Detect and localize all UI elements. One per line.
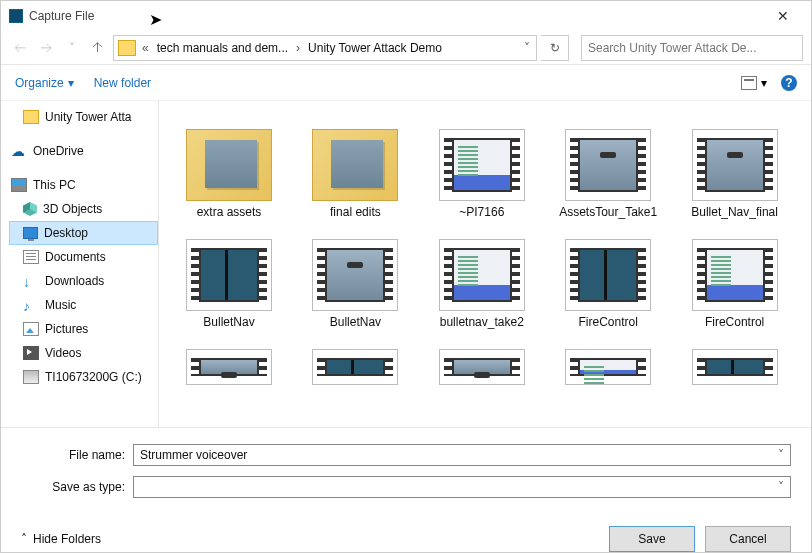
video-thumb <box>692 129 778 201</box>
cancel-button[interactable]: Cancel <box>705 526 791 552</box>
tree-item-folder[interactable]: Unity Tower Atta <box>9 105 158 129</box>
tree-item-desktop[interactable]: Desktop <box>9 221 158 245</box>
tree-item-videos[interactable]: Videos <box>9 341 158 365</box>
video-thumb <box>692 349 778 385</box>
video-thumb <box>565 349 651 385</box>
address-bar[interactable]: « tech manuals and dem... › Unity Tower … <box>113 35 537 61</box>
chevron-up-icon: ˄ <box>21 532 27 546</box>
pictures-icon <box>23 322 39 336</box>
new-folder-button[interactable]: New folder <box>94 76 151 90</box>
hide-folders-button[interactable]: ˄ Hide Folders <box>21 532 101 546</box>
documents-icon <box>23 250 39 264</box>
file-item[interactable] <box>422 333 542 385</box>
cube-icon <box>23 202 37 216</box>
file-item[interactable]: bulletnav_take2 <box>422 223 542 329</box>
search-input[interactable]: Search Unity Tower Attack De... <box>581 35 803 61</box>
file-item[interactable]: FireControl <box>675 223 795 329</box>
video-thumb <box>439 349 525 385</box>
video-thumb <box>186 349 272 385</box>
forward-button[interactable]: 🡢 <box>35 37 57 59</box>
view-icon <box>741 76 757 90</box>
video-thumb <box>186 239 272 311</box>
main-area: Unity Tower Atta OneDrive This PC 3D Obj… <box>1 101 811 427</box>
tree-item-pictures[interactable]: Pictures <box>9 317 158 341</box>
file-item[interactable] <box>169 333 289 385</box>
file-item[interactable] <box>675 333 795 385</box>
breadcrumb-2[interactable]: Unity Tower Attack Demo <box>302 41 448 55</box>
music-icon <box>23 298 39 312</box>
video-thumb <box>439 129 525 201</box>
address-dropdown[interactable]: ˅ <box>518 41 536 55</box>
nav-tree: Unity Tower Atta OneDrive This PC 3D Obj… <box>1 101 159 427</box>
nav-bar: 🡠 🡢 ˅ 🡡 « tech manuals and dem... › Unit… <box>1 31 811 65</box>
file-item[interactable]: BulletNav <box>295 223 415 329</box>
tree-item-thispc[interactable]: This PC <box>9 173 158 197</box>
folder-thumb <box>186 129 272 201</box>
file-item[interactable] <box>295 333 415 385</box>
tree-item-downloads[interactable]: Downloads <box>9 269 158 293</box>
filename-input[interactable]: Strummer voiceover ˅ <box>133 444 791 466</box>
file-item[interactable]: BulletNav <box>169 223 289 329</box>
drive-icon <box>23 370 39 384</box>
video-thumb <box>565 129 651 201</box>
file-item[interactable]: extra assets <box>169 113 289 219</box>
tree-item-documents[interactable]: Documents <box>9 245 158 269</box>
file-item[interactable]: Bullet_Nav_final <box>675 113 795 219</box>
inputs-area: File name: Strummer voiceover ˅ Save as … <box>1 427 811 514</box>
video-thumb <box>565 239 651 311</box>
downloads-icon <box>23 274 39 288</box>
window-title: Capture File <box>29 9 94 23</box>
video-thumb <box>312 239 398 311</box>
recent-dropdown[interactable]: ˅ <box>61 37 83 59</box>
chevron-down-icon[interactable]: ˅ <box>778 448 784 462</box>
pc-icon <box>11 178 27 192</box>
search-placeholder: Search Unity Tower Attack De... <box>588 41 757 55</box>
file-item[interactable]: AssetsTour_Take1 <box>548 113 668 219</box>
title-bar: Capture File ✕ <box>1 1 811 31</box>
tree-item-onedrive[interactable]: OneDrive <box>9 139 158 163</box>
chevron-right-icon: › <box>294 41 302 55</box>
breadcrumb-1[interactable]: tech manuals and dem... <box>151 41 294 55</box>
saveas-label: Save as type: <box>21 480 133 494</box>
onedrive-icon <box>11 144 27 158</box>
filename-label: File name: <box>21 448 133 462</box>
save-button[interactable]: Save <box>609 526 695 552</box>
view-button[interactable]: ▾ <box>741 76 767 90</box>
toolbar: Organize ▾ New folder ▾ ? <box>1 65 811 101</box>
tree-item-drive[interactable]: TI10673200G (C:) <box>9 365 158 389</box>
video-thumb <box>439 239 525 311</box>
organize-button[interactable]: Organize ▾ <box>15 76 74 90</box>
file-item[interactable]: FireControl <box>548 223 668 329</box>
videos-icon <box>23 346 39 360</box>
close-button[interactable]: ✕ <box>763 8 803 24</box>
file-grid: extra assets final edits ~PI7166 AssetsT… <box>159 101 811 427</box>
file-item[interactable]: final edits <box>295 113 415 219</box>
chevron-down-icon: ▾ <box>68 76 74 90</box>
back-button[interactable]: 🡠 <box>9 37 31 59</box>
crumb-back-icon[interactable]: « <box>140 41 151 55</box>
footer: ˄ Hide Folders Save Cancel <box>1 514 811 553</box>
chevron-down-icon[interactable]: ˅ <box>778 480 784 494</box>
video-thumb <box>692 239 778 311</box>
file-item[interactable]: ~PI7166 <box>422 113 542 219</box>
folder-thumb <box>312 129 398 201</box>
refresh-button[interactable]: ↻ <box>541 35 569 61</box>
video-thumb <box>312 349 398 385</box>
help-button[interactable]: ? <box>781 75 797 91</box>
folder-icon <box>23 110 39 124</box>
desktop-icon <box>23 227 38 239</box>
folder-icon <box>118 40 136 56</box>
up-button[interactable]: 🡡 <box>87 37 109 59</box>
saveas-input[interactable]: ˅ <box>133 476 791 498</box>
tree-item-music[interactable]: Music <box>9 293 158 317</box>
app-icon <box>9 9 23 23</box>
chevron-down-icon: ▾ <box>761 76 767 90</box>
tree-item-3dobjects[interactable]: 3D Objects <box>9 197 158 221</box>
file-item[interactable] <box>548 333 668 385</box>
